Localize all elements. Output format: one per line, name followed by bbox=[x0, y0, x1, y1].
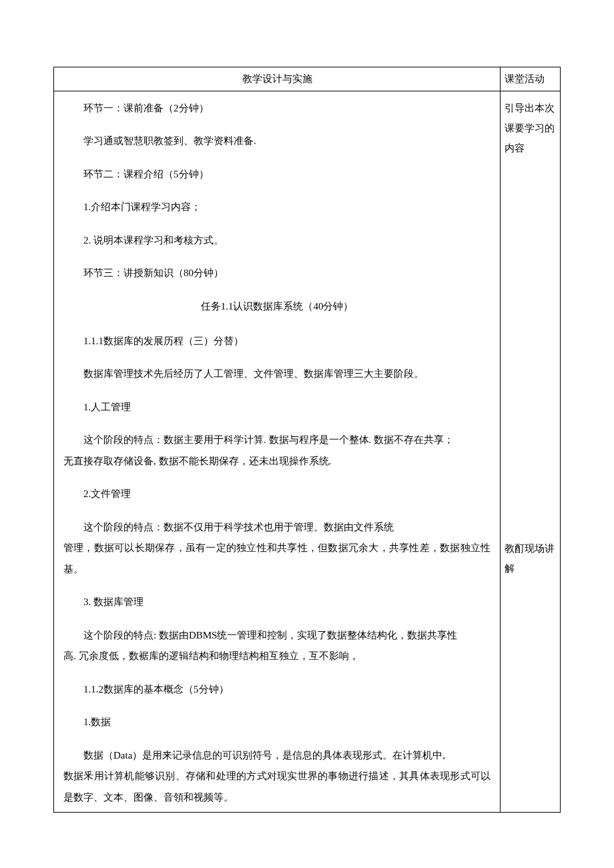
item-db-mgmt: 3. 数据库管理 bbox=[63, 592, 491, 613]
file-desc-line2: 管理，数据可以长期保存，虽有一定的独立性和共享性，但数据冗余大，共享性差，数据独… bbox=[63, 538, 491, 580]
item-data: 1.数据 bbox=[63, 712, 491, 733]
file-desc-line1: 这个阶段的特点：数据不仅用于科学技术也用于管理。数据由文件系统 bbox=[63, 517, 491, 538]
step-3-title: 环节三：讲授新知识（80分钟） bbox=[63, 263, 491, 284]
item-manual-mgmt: 1.人工管理 bbox=[63, 397, 491, 418]
task-1-1-title: 任务1.1认识数据库系统（40分钟） bbox=[63, 296, 491, 316]
manual-desc-line1: 这个阶段的特点：数据主要用于科学计算. 数据与程序是一个整体. 数据不存在共享； bbox=[63, 430, 491, 451]
step-2-item-1: 1.介绍本门课程学习内容； bbox=[63, 197, 491, 218]
item-file-mgmt: 2.文件管理 bbox=[63, 484, 491, 505]
step-1-title: 环节一：课前准备（2分钟） bbox=[63, 98, 491, 119]
header-design-label: 教学设计与实施 bbox=[242, 73, 312, 84]
step-2-item-2: 2. 说明本课程学习和考核方式。 bbox=[63, 230, 491, 252]
side-note-2: 教酊现场讲解 bbox=[505, 538, 556, 578]
section-1-1-2-title: 1.1.2数据库的基本概念（5分钟） bbox=[63, 679, 491, 701]
header-activity-cell: 课堂活动 bbox=[501, 67, 561, 91]
side-note-1: 引导出本次课要学习的内容 bbox=[505, 98, 556, 158]
manual-desc-line2: 无直接存取存储设备, 数据不能长期保存，还未出现操作系统. bbox=[63, 451, 491, 472]
header-activity-label: 课堂活动 bbox=[505, 73, 545, 84]
step-2-title: 环节二：课程介绍（5分钟） bbox=[63, 164, 491, 185]
content-side-cell: 引导出本次课要学习的内容 教酊现场讲解 bbox=[501, 91, 561, 813]
side-spacer bbox=[505, 165, 556, 538]
content-main-cell: 环节一：课前准备（2分钟） 学习通或智慧职教签到、教学资料准备. 环节二：课程介… bbox=[54, 91, 501, 813]
lesson-table: 教学设计与实施 课堂活动 环节一：课前准备（2分钟） 学习通或智慧职教签到、教学… bbox=[53, 67, 561, 813]
section-1-1-1-intro: 数据库管理技术先后经历了人工管理、文件管理、数据库管理三大主要阶段。 bbox=[63, 364, 491, 385]
step-1-desc: 学习通或智慧职教签到、教学资料准备. bbox=[63, 131, 491, 152]
db-desc-line1: 这个阶段的特点: 数据由DBMS统一管理和控制，实现了数据整体结构化，数据共享性 bbox=[63, 625, 491, 646]
page: 教学设计与实施 课堂活动 环节一：课前准备（2分钟） 学习通或智慧职教签到、教学… bbox=[0, 0, 614, 868]
data-desc-line1: 数据（Data）是用来记录信息的可识别符号，是信息的具体表现形式。在计算机中, bbox=[63, 745, 491, 767]
header-design-cell: 教学设计与实施 bbox=[54, 67, 501, 91]
section-1-1-1-title: 1.1.1数据库的发展历程（三）分替） bbox=[63, 331, 491, 352]
db-desc-line2: 高. 冗余度低，数裾库的逻辑结构和物理结构相互独立，互不影响， bbox=[63, 646, 491, 667]
data-desc-line2: 数据釆用计算机能够识别、存储和处理的方式对现实世界的事物进行描述，其具体表现形式… bbox=[63, 766, 491, 808]
